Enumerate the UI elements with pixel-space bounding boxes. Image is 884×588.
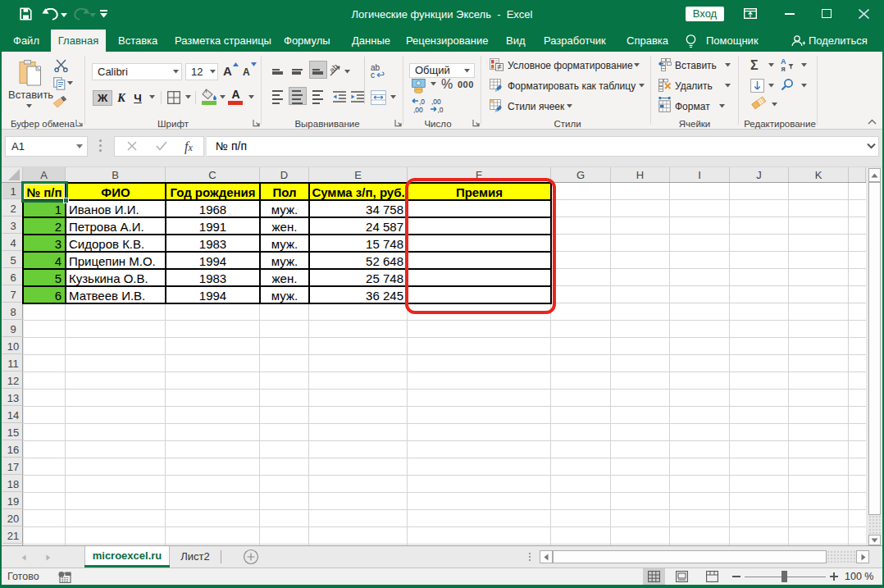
svg-text:,00: ,00 (413, 106, 423, 114)
svg-text:,0: ,0 (438, 106, 444, 114)
svg-text:я: я (781, 65, 786, 72)
svg-text:c: c (371, 71, 375, 79)
svg-text:,00: ,00 (431, 98, 441, 106)
svg-text:,0: ,0 (419, 98, 425, 106)
